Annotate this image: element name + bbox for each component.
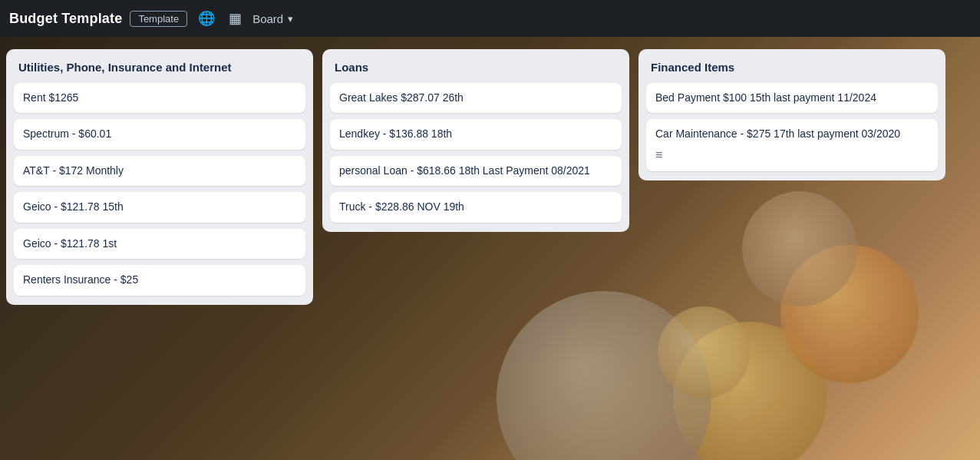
column-utilities-title: Utilities, Phone, Insurance and Internet: [14, 57, 305, 83]
chevron-down-icon: ▾: [288, 13, 293, 25]
card-bed-payment[interactable]: Bed Payment $100 15th last payment 11/20…: [646, 83, 938, 114]
template-badge-button[interactable]: Template: [130, 11, 187, 27]
chart-icon[interactable]: ▦: [226, 7, 245, 30]
coin-decoration-5: [658, 306, 750, 399]
column-loans-title: Loans: [330, 57, 622, 83]
column-financed-title: Financed Items: [646, 57, 938, 83]
card-att[interactable]: AT&T - $172 Monthly: [14, 156, 305, 187]
column-loans: Loans Great Lakes $287.07 26th Lendkey -…: [322, 49, 629, 232]
card-geico-1[interactable]: Geico - $121.78 1st: [14, 229, 305, 260]
lines-icon: ≡: [655, 147, 929, 164]
card-truck[interactable]: Truck - $228.86 NOV 19th: [330, 192, 622, 223]
board-label: Board: [252, 12, 283, 25]
board-background: Utilities, Phone, Insurance and Internet…: [0, 37, 980, 460]
card-personal-loan[interactable]: personal Loan - $618.66 18th Last Paymen…: [330, 156, 622, 187]
page-title: Budget Template: [9, 11, 122, 27]
column-financed: Financed Items Bed Payment $100 15th las…: [638, 49, 945, 180]
card-geico-15[interactable]: Geico - $121.78 15th: [14, 192, 305, 223]
card-great-lakes[interactable]: Great Lakes $287.07 26th: [330, 83, 622, 114]
card-spectrum[interactable]: Spectrum - $60.01: [14, 119, 305, 150]
card-rent[interactable]: Rent $1265: [14, 83, 305, 114]
card-renters-insurance[interactable]: Renters Insurance - $25: [14, 265, 305, 296]
column-utilities: Utilities, Phone, Insurance and Internet…: [6, 49, 313, 305]
columns-container: Utilities, Phone, Insurance and Internet…: [6, 49, 974, 305]
globe-icon[interactable]: 🌐: [195, 7, 218, 30]
board-view-button[interactable]: Board ▾: [252, 12, 293, 25]
card-lendkey[interactable]: Lendkey - $136.88 18th: [330, 119, 622, 150]
app-header: Budget Template Template 🌐 ▦ Board ▾: [0, 0, 980, 37]
card-car-maintenance[interactable]: Car Maintenance - $275 17th last payment…: [646, 119, 938, 171]
